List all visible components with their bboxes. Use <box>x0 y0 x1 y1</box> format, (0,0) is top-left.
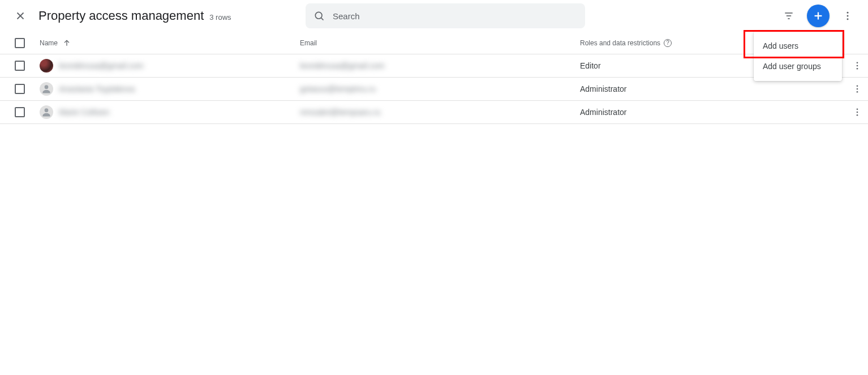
svg-point-19 <box>857 91 858 93</box>
svg-point-2 <box>315 12 322 19</box>
column-header-email[interactable]: Email <box>300 39 580 47</box>
svg-point-16 <box>45 85 49 89</box>
row-more-button[interactable] <box>846 84 868 94</box>
row-count: 3 rows <box>209 13 231 22</box>
search-box[interactable] <box>306 3 585 28</box>
close-icon <box>14 10 27 22</box>
close-button[interactable] <box>9 5 32 27</box>
user-email: mmzabri@tempsaru.ru <box>300 108 381 117</box>
more-menu-button[interactable] <box>836 5 859 27</box>
svg-point-20 <box>45 108 49 112</box>
avatar <box>40 82 53 96</box>
svg-point-22 <box>857 112 858 113</box>
avatar <box>40 59 53 73</box>
more-vertical-icon <box>852 107 862 117</box>
column-name-label: Name <box>40 39 58 47</box>
table-header-row: Name Email Roles and data restrictions ? <box>0 32 868 54</box>
add-button[interactable] <box>807 5 830 27</box>
table-row[interactable]: Anastasia Tsyplakova gotasus@temptmu.ru … <box>0 78 868 101</box>
help-icon[interactable]: ? <box>664 39 672 47</box>
table-row[interactable]: leonidmusa@gmail.com leonidmusa@gmail.co… <box>0 54 868 78</box>
svg-point-10 <box>847 15 849 17</box>
svg-point-17 <box>857 85 858 87</box>
table-row[interactable]: Marie Colitsen mmzabri@tempsaru.ru Admin… <box>0 101 868 124</box>
user-role: Administrator <box>580 84 846 93</box>
svg-point-23 <box>857 114 858 116</box>
user-email: leonidmusa@gmail.com <box>300 61 385 70</box>
svg-point-18 <box>857 88 858 90</box>
sort-ascending-icon <box>62 39 71 48</box>
add-users-menu-item[interactable]: Add users <box>754 36 842 56</box>
svg-point-15 <box>857 68 858 70</box>
row-more-button[interactable] <box>846 107 868 117</box>
plus-icon <box>812 10 824 22</box>
add-user-groups-menu-item[interactable]: Add user groups <box>754 56 842 76</box>
user-name: leonidmusa@gmail.com <box>59 61 144 70</box>
more-vertical-icon <box>852 84 862 94</box>
filter-button[interactable] <box>777 5 800 27</box>
svg-point-13 <box>857 62 858 63</box>
svg-point-9 <box>847 12 849 14</box>
svg-line-3 <box>321 18 324 20</box>
search-icon <box>313 10 325 22</box>
page-header: Property access management 3 rows <box>0 0 868 32</box>
add-dropdown-menu: Add users Add user groups <box>754 31 842 81</box>
row-checkbox[interactable] <box>15 61 25 71</box>
more-vertical-icon <box>852 61 862 71</box>
svg-point-11 <box>847 18 849 20</box>
search-input[interactable] <box>333 11 577 21</box>
row-more-button[interactable] <box>846 61 868 71</box>
user-name: Anastasia Tsyplakova <box>59 84 135 93</box>
select-all-checkbox[interactable] <box>15 38 25 48</box>
avatar <box>40 105 53 119</box>
svg-point-14 <box>857 65 858 67</box>
svg-point-21 <box>857 108 858 110</box>
user-table: Name Email Roles and data restrictions ?… <box>0 32 868 124</box>
row-checkbox[interactable] <box>15 107 25 117</box>
column-header-name[interactable]: Name <box>40 39 300 48</box>
page-title: Property access management <box>38 8 204 23</box>
more-vertical-icon <box>842 10 853 22</box>
user-email: gotasus@temptmu.ru <box>300 84 376 93</box>
filter-icon <box>783 10 794 22</box>
user-role: Administrator <box>580 108 846 117</box>
row-checkbox[interactable] <box>15 84 25 94</box>
user-name: Marie Colitsen <box>59 108 109 117</box>
